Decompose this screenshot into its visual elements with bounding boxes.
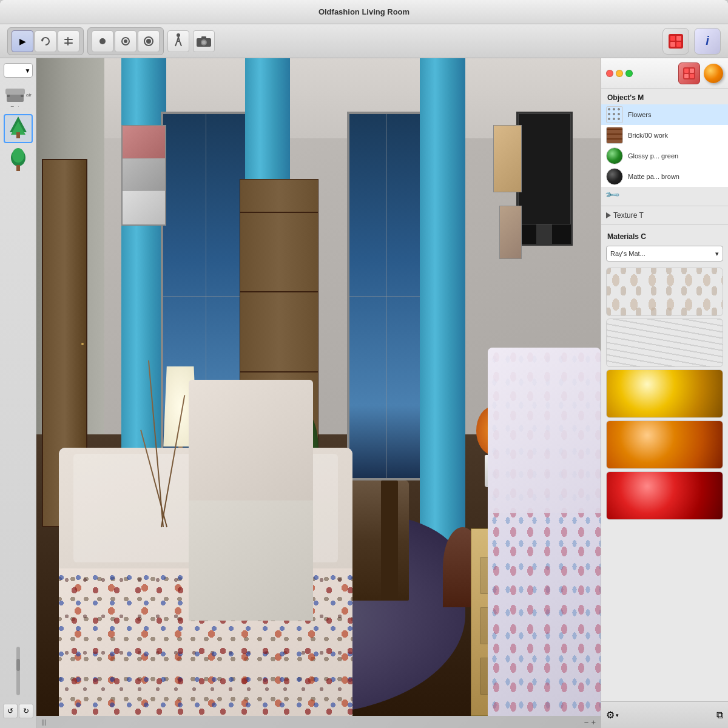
- scene-twigs: [149, 360, 178, 527]
- svg-point-12: [202, 41, 206, 44]
- svg-rect-22: [5, 89, 25, 95]
- app-window: Oldfashion Living Room ▶: [0, 0, 728, 728]
- scene-curtain-right: [420, 58, 465, 541]
- material-label-glossy-green: Glossy p... green: [628, 152, 678, 160]
- material-item-glossy-green[interactable]: Glossy p... green: [601, 146, 728, 166]
- swatch-orange-sphere[interactable]: [606, 420, 723, 469]
- scroll-bar[interactable]: [16, 647, 20, 695]
- swatch-yellow-sphere[interactable]: [606, 369, 723, 418]
- scene-armchair: [189, 380, 313, 621]
- material-thumb-flowers: [606, 106, 623, 123]
- traffic-light-green[interactable]: [625, 70, 633, 77]
- tool-circle-sm[interactable]: [92, 30, 113, 52]
- tool-rotate[interactable]: [35, 30, 56, 52]
- svg-rect-34: [690, 74, 694, 78]
- divider-2: [601, 224, 728, 225]
- catalog-dropdown-label: Ray's Mat...: [610, 250, 645, 257]
- tool-camera[interactable]: [193, 30, 215, 52]
- svg-rect-33: [684, 74, 689, 78]
- triangle-icon: [606, 212, 611, 218]
- tool-circle-lg[interactable]: [138, 30, 160, 52]
- undo-button[interactable]: ↺: [3, 704, 18, 718]
- divider-1: [601, 206, 728, 206]
- main-toolbar: ▶: [0, 24, 728, 58]
- zoom-controls: − +: [584, 718, 596, 727]
- left-panel-dropdown[interactable]: ▼: [4, 63, 33, 78]
- catalog-chevron-icon: ▾: [715, 250, 719, 258]
- duplicate-button[interactable]: ⧉: [716, 710, 723, 721]
- title-bar: Oldfashion Living Room: [0, 0, 728, 24]
- tool-group-view: [87, 27, 164, 55]
- undo-redo-group: ↺ ↻: [3, 704, 33, 718]
- material-swatches: [601, 264, 728, 701]
- left-item-chair[interactable]: Chair air: [4, 81, 33, 110]
- svg-rect-16: [676, 36, 681, 41]
- svg-point-4: [99, 38, 106, 44]
- svg-rect-13: [201, 36, 206, 39]
- svg-point-8: [146, 39, 151, 44]
- sphere-orange-icon: [704, 64, 723, 83]
- scene-tv: [516, 112, 573, 246]
- right-panel-header: [601, 58, 728, 89]
- svg-rect-29: [16, 165, 20, 171]
- eyedropper-button[interactable]: 🔧: [601, 187, 728, 203]
- material-item-brick[interactable]: Brick/00 work: [601, 125, 728, 146]
- materials-catalog-header: Materials C: [601, 228, 728, 243]
- material-label-matte-brown: Matte pa... brown: [628, 172, 679, 181]
- catalog-dropdown[interactable]: Ray's Mat... ▾: [606, 246, 723, 261]
- swatch-floral[interactable]: [606, 268, 723, 316]
- objects-materials-header: Object's M: [601, 89, 728, 104]
- gear-button[interactable]: ⚙ ▾: [606, 709, 619, 721]
- material-label-flowers: Flowers: [628, 110, 652, 119]
- scene-window-right: [347, 112, 426, 480]
- material-item-matte-brown[interactable]: Matte pa... brown: [601, 166, 728, 187]
- scene-artwork-right-1: [493, 125, 522, 192]
- zoom-out-btn[interactable]: −: [584, 718, 589, 727]
- toolbar-right: i: [662, 28, 721, 55]
- texture-toggle-label: Texture T: [613, 211, 644, 220]
- info-button[interactable]: i: [694, 28, 721, 55]
- svg-point-9: [177, 33, 180, 37]
- panel-library-icon[interactable]: [678, 62, 700, 84]
- traffic-light-red[interactable]: [606, 70, 613, 77]
- viewport-3d[interactable]: ||| − +: [36, 58, 601, 728]
- scene-artwork-left: [121, 125, 166, 226]
- library-button[interactable]: [662, 28, 689, 55]
- svg-text:Chair: Chair: [10, 106, 21, 107]
- gear-chevron-icon: ▾: [616, 712, 619, 718]
- svg-point-6: [124, 39, 127, 43]
- zoom-in-btn[interactable]: +: [591, 718, 596, 727]
- scene-3d: [36, 58, 601, 728]
- svg-rect-15: [670, 36, 675, 41]
- material-thumb-matte-brown: [606, 168, 623, 185]
- left-panel: ▼ Chair air: [0, 58, 36, 728]
- eyedropper-icon: 🔧: [604, 187, 621, 204]
- tool-circle-md[interactable]: [115, 30, 136, 52]
- left-item-tree2[interactable]: [4, 147, 33, 176]
- material-list: Flowers Brick/00 work Glossy p... green …: [601, 104, 728, 187]
- materials-catalog: Ray's Mat... ▾: [601, 243, 728, 264]
- tool-align[interactable]: [58, 30, 79, 52]
- window-title: Oldfashion Living Room: [318, 7, 410, 16]
- swatch-wood[interactable]: [606, 318, 723, 367]
- tool-select[interactable]: ▶: [12, 30, 33, 52]
- svg-point-28: [12, 148, 24, 163]
- svg-rect-3: [67, 37, 69, 46]
- scene-artwork-right-2: [499, 206, 522, 259]
- left-item-tree1[interactable]: [4, 114, 33, 143]
- redo-button[interactable]: ↻: [19, 704, 33, 718]
- texture-toggle[interactable]: Texture T: [601, 209, 728, 222]
- main-content: ▼ Chair air: [0, 58, 728, 728]
- traffic-light-yellow[interactable]: [616, 70, 623, 77]
- svg-rect-32: [690, 69, 694, 73]
- right-panel: Object's M Flowers Brick/00 work Glossy …: [601, 58, 728, 728]
- svg-rect-18: [676, 42, 681, 47]
- tool-walk[interactable]: [167, 30, 189, 52]
- svg-rect-26: [16, 132, 20, 138]
- swatch-dark-red-sphere[interactable]: [606, 471, 723, 520]
- svg-rect-31: [684, 69, 689, 73]
- material-thumb-brick: [606, 127, 623, 144]
- svg-rect-17: [670, 42, 675, 47]
- material-item-flowers[interactable]: Flowers: [601, 104, 728, 125]
- material-label-brick: Brick/00 work: [628, 131, 668, 140]
